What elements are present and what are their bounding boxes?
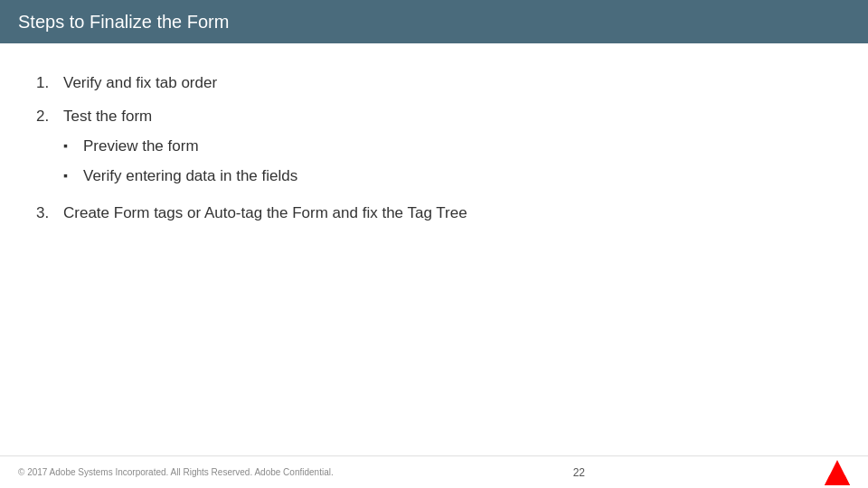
footer-copyright: © 2017 Adobe Systems Incorporated. All R… xyxy=(18,467,334,477)
item-number: 1. xyxy=(36,70,63,97)
footer-page-number: 22 xyxy=(573,466,585,479)
adobe-logo-icon xyxy=(825,460,850,485)
page-footer: © 2017 Adobe Systems Incorporated. All R… xyxy=(0,455,868,488)
steps-list: 1. Verify and fix tab order 2. Test the … xyxy=(36,70,832,226)
sub-list: ▪ Preview the form ▪ Verify entering dat… xyxy=(63,134,297,190)
sub-item-text: Verify entering data in the fields xyxy=(83,164,297,190)
item-number: 3. xyxy=(36,201,63,227)
item-text: Verify and fix tab order xyxy=(63,70,217,97)
item-text: Create Form tags or Auto-tag the Form an… xyxy=(63,201,467,227)
header-title: Steps to Finalize the Form xyxy=(18,12,229,33)
bullet-icon: ▪ xyxy=(63,164,83,187)
item-text: Test the form xyxy=(63,104,152,130)
list-item: 1. Verify and fix tab order xyxy=(36,70,832,97)
list-item: 2. Test the form ▪ Preview the form ▪ Ve… xyxy=(36,104,832,193)
main-content: 1. Verify and fix tab order 2. Test the … xyxy=(0,43,868,260)
list-item: 3. Create Form tags or Auto-tag the Form… xyxy=(36,201,832,227)
adobe-logo-container xyxy=(825,460,850,485)
sub-list-item: ▪ Verify entering data in the fields xyxy=(63,164,297,190)
item-number: 2. xyxy=(36,104,63,130)
page-header: Steps to Finalize the Form xyxy=(0,0,868,43)
sub-item-text: Preview the form xyxy=(83,134,199,160)
sub-list-item: ▪ Preview the form xyxy=(63,134,297,160)
bullet-icon: ▪ xyxy=(63,134,83,157)
